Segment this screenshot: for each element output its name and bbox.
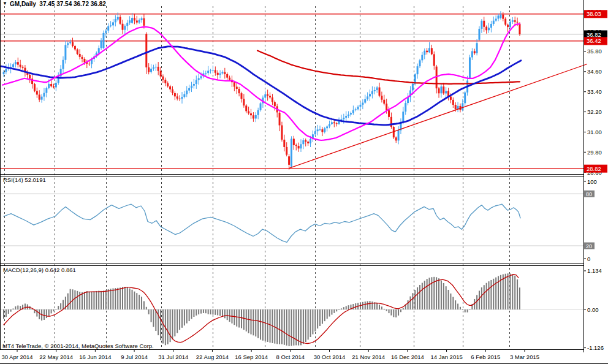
rsi-chart-area[interactable]: [0, 176, 583, 264]
main-chart-area[interactable]: [0, 6, 583, 174]
time-axis-area[interactable]: [0, 350, 583, 363]
rsi-indicator-label: RSI(14) 52.0191: [3, 176, 46, 183]
macd-indicator-label: MACD(12,26,9) 0.642 0.861: [3, 267, 76, 273]
chart-canvas[interactable]: 38.2037.0035.8034.6033.4032.2031.0029.80…: [0, 0, 608, 364]
copyright-text: MT4 TeleTrade, © 2001-2014, MetaQuotes S…: [2, 343, 154, 349]
ohlc-values: 37.45 37.54 36.72 36.82: [39, 1, 105, 7]
chart-title: GM,Daily 37.45 37.54 36.72 36.82: [10, 1, 106, 7]
symbol-timeframe-label: GM,Daily: [10, 1, 36, 7]
mt4-chart-window: 38.2037.0035.8034.6033.4032.2031.0029.80…: [0, 0, 608, 364]
macd-chart-area[interactable]: [0, 265, 583, 349]
symbol-dropdown-icon[interactable]: ▼: [2, 1, 7, 6]
price-axis-area[interactable]: [583, 0, 608, 349]
